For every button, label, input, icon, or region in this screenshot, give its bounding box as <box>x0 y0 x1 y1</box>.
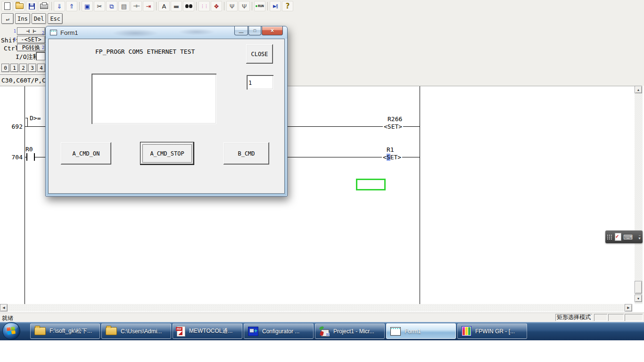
fn-number-key-0[interactable]: 0 <box>1 64 9 72</box>
ladder-left-bus <box>25 86 25 304</box>
close-window-button[interactable]: × <box>262 26 283 35</box>
plc-upload-button[interactable]: ⇑ <box>66 1 77 11</box>
fn-number-key-1[interactable]: 1 <box>10 64 18 72</box>
open-file-button[interactable] <box>14 1 25 11</box>
cut-button[interactable]: ✂ <box>94 1 105 11</box>
print-icon <box>40 4 48 9</box>
shortcut-mark: 2 <box>42 46 44 50</box>
cut-icon: ✂ <box>97 3 102 9</box>
folder-icon <box>34 327 46 335</box>
taskbar-button-fpwin-gr[interactable]: FPWIN GR - [... <box>457 323 527 339</box>
shortcut-mark: 1 <box>14 29 16 33</box>
fn-set-button[interactable]: -<SET> <box>17 36 45 43</box>
scroll-down-button[interactable]: ▼ <box>635 295 642 302</box>
select-mode-icon: ▣ <box>84 3 90 9</box>
taskbar-button-form1[interactable]: Form1 <box>386 323 456 339</box>
toolbar-separator <box>79 2 80 10</box>
connector-b-button[interactable]: Ψ <box>239 1 250 11</box>
horizontal-scrollbar[interactable]: ◀ ▶ <box>0 304 632 312</box>
output-coil-label: R266 <box>388 115 402 123</box>
edit-key-esc[interactable]: Esc <box>48 13 63 24</box>
vertical-scroll-thumb[interactable] <box>635 281 642 294</box>
ime-document-check-icon[interactable] <box>615 233 621 241</box>
text-input-button[interactable]: A <box>158 1 170 11</box>
value-textbox[interactable] <box>247 75 273 90</box>
run-mode-button[interactable]: RUN <box>254 1 265 11</box>
ctrl-label: Ctrl <box>4 45 18 52</box>
run-mode-icon: RUN <box>256 5 264 8</box>
scroll-left-button[interactable]: ◀ <box>0 304 8 312</box>
taskbar-button-pdf-mewtocol[interactable]: MEWTOCOL通... <box>173 323 242 339</box>
fn-number-key-2[interactable]: 2 <box>19 64 27 72</box>
ladder-symbol-button[interactable]: ⊣⊢ <box>131 1 142 11</box>
monitor-run-toggle-button[interactable]: ▶⁄‖ <box>270 1 281 11</box>
find-button[interactable] <box>183 1 194 11</box>
minimize-button[interactable]: — <box>234 26 248 35</box>
select-mode-button[interactable]: ▣ <box>82 1 93 11</box>
plc-download-button[interactable]: ⇓ <box>54 1 65 11</box>
monitor-window-icon: ❖ <box>214 3 219 9</box>
status-panel-empty <box>608 314 624 321</box>
close-app-button[interactable]: CLOSE <box>246 44 273 64</box>
copy-icon: ⧉ <box>109 3 114 9</box>
plc-device-bar[interactable]: C30,C60T/P,C38, <box>0 74 46 86</box>
ime-controls[interactable]: − ▼ <box>638 234 641 240</box>
taskbar-button-explorer-f[interactable]: F:\soft_gk\松下... <box>30 323 100 339</box>
edit-key-del[interactable]: Del <box>32 13 47 24</box>
fn-contact-button[interactable]: ⊣ ⊢ <box>17 27 45 35</box>
connector-a-button[interactable]: Ψ <box>226 1 238 11</box>
ladder-display-icon: ⋮⋮ <box>200 4 208 8</box>
right-arrow-icon: ▶ <box>627 306 629 310</box>
a-cmd-on-button[interactable]: A_CMD_ON <box>61 142 111 165</box>
jump-to-button[interactable]: ⇥ <box>143 1 154 11</box>
edit-key-ins[interactable]: Ins <box>15 13 30 24</box>
taskbar-button-vb-project1[interactable]: Project1 - Micr... <box>315 323 385 339</box>
open-file-icon <box>16 3 24 9</box>
taskbar-button-configurator[interactable]: Configurator ... <box>244 323 314 339</box>
keyboard-icon[interactable]: ⌨ <box>623 234 633 240</box>
paste-button[interactable]: ▤ <box>118 1 130 11</box>
left-arrow-icon: ◀ <box>2 306 5 310</box>
ime-expand-icon: ▼ <box>638 237 641 240</box>
scroll-up-button[interactable]: ▲ <box>635 86 642 93</box>
print-button[interactable] <box>38 1 50 11</box>
form1-title-text: Form1 <box>60 29 78 36</box>
maximize-button[interactable]: □ <box>248 26 261 35</box>
comment-box-button[interactable]: ▬ <box>171 1 182 11</box>
io-comment-input[interactable] <box>36 52 45 60</box>
toolbar-separator <box>51 2 52 10</box>
taskbar-button-label: MEWTOCOL通... <box>189 327 232 335</box>
vertical-scrollbar[interactable]: ▲ ▼ <box>635 86 643 304</box>
compare-instruction-label: D>= <box>30 115 41 122</box>
copy-button[interactable]: ⧉ <box>106 1 117 11</box>
ime-language-bar[interactable]: ⌨ − ▼ <box>605 230 643 243</box>
message-listbox[interactable] <box>91 74 216 124</box>
fn-number-key-3[interactable]: 3 <box>28 64 36 72</box>
new-file-button[interactable] <box>1 1 13 11</box>
a-cmd-stop-button[interactable]: A_CMD_STOP <box>140 142 194 165</box>
up-arrow-icon: ▲ <box>637 88 640 91</box>
monitor-window-button[interactable]: ❖ <box>211 1 222 11</box>
taskbar-buttons: F:\soft_gk\松下...C:\Users\Admi...MEWTOCOL… <box>30 323 527 339</box>
windows-logo-icon <box>7 327 16 335</box>
b-cmd-button[interactable]: B_CMD <box>223 142 269 165</box>
ime-drag-handle[interactable] <box>607 234 613 240</box>
maximize-icon: □ <box>254 28 256 33</box>
taskbar-button-explorer-c[interactable]: C:\Users\Admi... <box>101 323 171 339</box>
start-button[interactable] <box>2 322 20 340</box>
form1-window[interactable]: Form1 — □ × FP_PROGR COM5 ETHERNET TEST … <box>45 26 288 197</box>
ladder-display-button[interactable]: ⋮⋮ <box>198 1 210 11</box>
plc-download-icon: ⇓ <box>57 3 62 9</box>
paste-icon: ▤ <box>121 3 127 9</box>
help-button[interactable]: ? <box>282 1 293 11</box>
contact-bar <box>34 153 35 161</box>
find-icon <box>185 4 192 8</box>
edit-key-enter[interactable]: ↵ <box>1 13 14 24</box>
toolbar-separator <box>156 2 157 10</box>
ladder-selection-cursor[interactable] <box>356 179 386 190</box>
scroll-right-button[interactable]: ▶ <box>625 304 632 312</box>
fn-pg-convert-button[interactable]: PG转换 <box>17 44 45 51</box>
fn-number-key-4[interactable]: 4 <box>37 64 45 72</box>
save-file-button[interactable] <box>26 1 37 11</box>
text-input-icon: A <box>162 3 166 9</box>
